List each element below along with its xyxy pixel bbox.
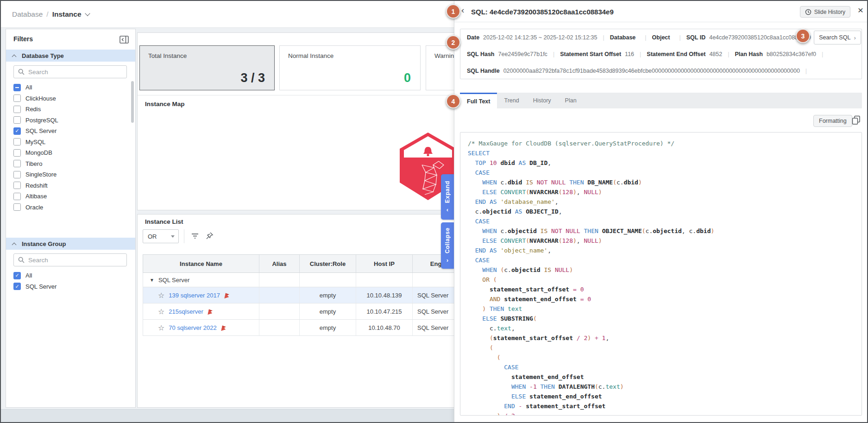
meta-value: 02000000aa82792bfa78c1cf91bade4583d8939c… bbox=[503, 68, 800, 74]
collapse-button[interactable]: Collapse › bbox=[441, 222, 454, 269]
meta-separator: | bbox=[553, 51, 554, 57]
checkbox[interactable] bbox=[13, 127, 21, 135]
favorite-star-icon[interactable]: ☆ bbox=[158, 307, 164, 316]
filter-option-sql-server[interactable]: SQL Server bbox=[13, 281, 57, 292]
checkbox[interactable] bbox=[13, 182, 21, 189]
alias-cell bbox=[259, 287, 300, 303]
filter-option-mongodb[interactable]: MongoDB bbox=[13, 147, 58, 158]
alias-cell bbox=[259, 320, 300, 335]
search-placeholder: Search bbox=[28, 257, 48, 264]
code-line: CASE bbox=[468, 216, 854, 226]
formatting-button[interactable]: Formatting bbox=[813, 115, 852, 127]
checkbox[interactable] bbox=[13, 203, 21, 211]
filter-operator-select[interactable]: OR bbox=[143, 229, 179, 243]
meta-row: SQL Handle02000000aa82792bfa78c1cf91bade… bbox=[460, 63, 862, 79]
favorite-star-icon[interactable]: ☆ bbox=[158, 323, 164, 332]
stat-label: Total Instance bbox=[148, 52, 187, 59]
checkbox-label: SQL Server bbox=[25, 127, 57, 134]
checkbox[interactable] bbox=[13, 160, 21, 167]
meta-separator: | bbox=[728, 51, 729, 57]
instance-link[interactable]: 139 sqlserver 2017 bbox=[169, 292, 220, 299]
sql-full-text[interactable]: /* MaxGauge for CloudDB (sqlserver.Query… bbox=[460, 132, 862, 416]
breadcrumb-section[interactable]: Database bbox=[12, 10, 43, 19]
tab-plan[interactable]: Plan bbox=[558, 93, 584, 108]
checkbox[interactable] bbox=[13, 84, 21, 91]
close-icon[interactable]: × bbox=[858, 5, 863, 15]
filter-option-oracle[interactable]: Oracle bbox=[13, 202, 58, 213]
instance-group-search-input[interactable]: Search bbox=[13, 253, 127, 266]
chevron-down-icon[interactable] bbox=[85, 11, 90, 16]
scrollbar[interactable] bbox=[131, 81, 134, 123]
triangle-down-icon[interactable]: ▼ bbox=[150, 278, 154, 283]
search-sql-button[interactable]: Search SQL › bbox=[814, 31, 861, 44]
expand-button[interactable]: Expand ‹ bbox=[441, 174, 454, 220]
stat-value: 3 / 3 bbox=[240, 71, 265, 85]
pin-icon[interactable] bbox=[205, 232, 214, 242]
collapse-panel-icon[interactable] bbox=[120, 36, 129, 44]
section-database-type[interactable]: Database Type bbox=[6, 50, 135, 62]
code-line: ) / 2 bbox=[468, 411, 854, 416]
instance-link[interactable]: 70 sqlserver 2022 bbox=[169, 324, 216, 331]
breadcrumb-page[interactable]: Instance bbox=[52, 10, 82, 19]
column-header-instance-name[interactable]: Instance Name bbox=[143, 255, 259, 272]
chevron-right-icon: › bbox=[854, 34, 855, 41]
checkbox[interactable] bbox=[13, 116, 21, 124]
tab-full-text[interactable]: Full Text bbox=[460, 93, 497, 108]
code-line: (statement_start_offset / 2) + 1, bbox=[468, 333, 854, 343]
back-button[interactable]: ‹ bbox=[461, 5, 464, 15]
column-header-host-ip[interactable]: Host IP bbox=[356, 255, 413, 272]
tab-trend[interactable]: Trend bbox=[497, 93, 526, 108]
stat-label: Normal Instance bbox=[288, 52, 333, 59]
stat-value: 0 bbox=[404, 71, 411, 85]
group-label: SQL Server bbox=[158, 277, 189, 284]
collapse-label: Collapse bbox=[444, 227, 451, 253]
column-header-cluster-role[interactable]: Cluster:Role bbox=[300, 255, 356, 272]
formatting-label: Formatting bbox=[819, 118, 847, 124]
instance-link[interactable]: 215sqlserver bbox=[169, 308, 203, 315]
favorite-star-icon[interactable]: ☆ bbox=[158, 291, 164, 300]
app-window: Database / Instance Filters Database Typ… bbox=[0, 0, 868, 423]
meta-label: Object bbox=[652, 34, 670, 41]
code-line: statement_end_offset bbox=[468, 372, 854, 382]
meta-row: SQL Hash7ee2459e9c77b1fc|Statement Start… bbox=[460, 46, 862, 63]
code-line: ) THEN text bbox=[468, 304, 854, 314]
filter-option-redshift[interactable]: Redshift bbox=[13, 180, 58, 191]
section-instance-group[interactable]: Instance Group bbox=[6, 238, 135, 250]
database-type-search-input[interactable]: Search bbox=[13, 65, 127, 78]
code-line: CASE bbox=[468, 168, 854, 177]
stat-card-normal-instance[interactable]: Normal Instance 0 bbox=[279, 45, 421, 90]
cluster-role-cell: empty bbox=[300, 287, 356, 303]
column-header-alias[interactable]: Alias bbox=[259, 255, 300, 272]
code-line: CASE bbox=[468, 362, 854, 372]
filter-option-postgresql[interactable]: PostgreSQL bbox=[13, 115, 58, 126]
checkbox[interactable] bbox=[13, 106, 21, 113]
checkbox[interactable] bbox=[13, 95, 21, 102]
checkbox[interactable] bbox=[13, 138, 21, 145]
checkbox[interactable] bbox=[13, 149, 21, 157]
stat-card-total-instance[interactable]: Total Instance 3 / 3 bbox=[139, 45, 275, 90]
filter-option-redis[interactable]: Redis bbox=[13, 104, 58, 115]
filter-option-all[interactable]: All bbox=[13, 270, 57, 281]
filter-option-all[interactable]: All bbox=[13, 82, 58, 93]
copy-icon[interactable] bbox=[852, 115, 861, 127]
checkbox[interactable] bbox=[13, 171, 21, 178]
filter-option-altibase[interactable]: Altibase bbox=[13, 191, 58, 202]
slide-history-button[interactable]: Slide History bbox=[800, 6, 850, 18]
filter-icon[interactable] bbox=[190, 232, 200, 242]
annotation-badge-2: 2 bbox=[446, 35, 460, 50]
code-line: WHEN c.dbid IS NOT NULL THEN DB_NAME(c.d… bbox=[468, 177, 854, 187]
filter-option-tibero[interactable]: Tibero bbox=[13, 158, 58, 170]
filter-option-clickhouse[interactable]: ClickHouse bbox=[13, 93, 58, 104]
checkbox[interactable] bbox=[13, 283, 21, 290]
checkbox[interactable] bbox=[13, 272, 21, 279]
meta-label: Statement Start Offset bbox=[560, 51, 621, 57]
code-line: c.text, bbox=[468, 323, 854, 333]
filter-option-singlestore[interactable]: SingleStore bbox=[13, 169, 58, 180]
filter-option-mysql[interactable]: MySQL bbox=[13, 137, 58, 148]
breadcrumb-separator: / bbox=[46, 10, 48, 19]
tab-history[interactable]: History bbox=[526, 93, 558, 108]
cluster-role-cell: empty bbox=[300, 320, 356, 335]
filter-option-sql-server[interactable]: SQL Server bbox=[13, 126, 58, 137]
checkbox[interactable] bbox=[13, 193, 21, 200]
code-line: c.objectid AS OBJECT_ID, bbox=[468, 207, 854, 216]
